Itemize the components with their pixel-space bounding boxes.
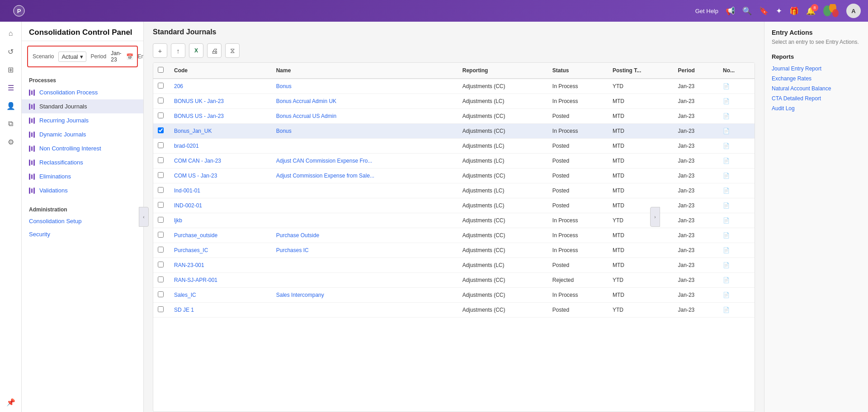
- sidebar-home-icon[interactable]: ⌂: [3, 25, 19, 42]
- row-doc-icon[interactable]: 📄: [718, 109, 755, 124]
- row-doc-icon[interactable]: 📄: [718, 273, 755, 288]
- row-code[interactable]: RAN-SJ-APR-001: [170, 273, 272, 288]
- left-collapse-button[interactable]: ‹: [139, 207, 149, 227]
- gift-icon[interactable]: 🎁: [789, 6, 799, 16]
- row-checkbox[interactable]: [158, 172, 164, 178]
- user-avatar[interactable]: A: [846, 4, 861, 18]
- row-checkbox[interactable]: [158, 232, 164, 238]
- row-name[interactable]: [272, 258, 458, 273]
- row-checkbox[interactable]: [158, 217, 164, 223]
- row-doc-icon[interactable]: 📄: [718, 169, 755, 183]
- row-checkbox[interactable]: [158, 202, 164, 208]
- row-code[interactable]: COM US - Jan-23: [170, 169, 272, 183]
- nav-item-standard-journals[interactable]: Standard Journals: [22, 99, 143, 113]
- row-name[interactable]: [272, 198, 458, 213]
- row-checkbox[interactable]: [158, 142, 164, 148]
- row-code[interactable]: Purchases_IC: [170, 243, 272, 258]
- row-doc-icon[interactable]: 📄: [718, 288, 755, 303]
- sidebar-pin-icon[interactable]: 📌: [3, 396, 19, 412]
- row-doc-icon[interactable]: 📄: [718, 94, 755, 109]
- row-code[interactable]: COM CAN - Jan-23: [170, 154, 272, 169]
- row-checkbox[interactable]: [158, 262, 164, 267]
- row-name[interactable]: [272, 183, 458, 198]
- right-collapse-button[interactable]: ›: [650, 207, 660, 227]
- report-link-journal-entry-report[interactable]: Journal Entry Report: [772, 64, 861, 74]
- row-name[interactable]: Bonus Accrual Admin UK: [272, 94, 458, 109]
- row-code[interactable]: BONUS US - Jan-23: [170, 109, 272, 124]
- row-code[interactable]: Purchase_outside: [170, 228, 272, 243]
- row-name[interactable]: [272, 273, 458, 288]
- row-checkbox[interactable]: [158, 276, 164, 282]
- print-button[interactable]: 🖨: [207, 43, 222, 58]
- row-name[interactable]: [272, 213, 458, 228]
- sidebar-settings-icon[interactable]: ⚙: [3, 134, 19, 150]
- sidebar-back-icon[interactable]: ↺: [3, 43, 19, 60]
- row-code[interactable]: brad-0201: [170, 139, 272, 154]
- row-checkbox[interactable]: [158, 157, 164, 163]
- row-checkbox[interactable]: [158, 187, 164, 193]
- row-code[interactable]: Ind-001-01: [170, 183, 272, 198]
- row-name[interactable]: Adjust Commission Expense from Sale...: [272, 169, 458, 183]
- row-checkbox[interactable]: [158, 127, 164, 133]
- row-doc-icon[interactable]: 📄: [718, 258, 755, 273]
- bell-icon[interactable]: 🔔 8: [806, 6, 816, 16]
- row-checkbox[interactable]: [158, 291, 164, 297]
- get-help-button[interactable]: Get Help: [695, 8, 718, 14]
- row-name[interactable]: Sales Intercompany: [272, 288, 458, 303]
- report-link-exchange-rates[interactable]: Exchange Rates: [772, 74, 861, 84]
- report-link-audit-log[interactable]: Audit Log: [772, 103, 861, 113]
- bookmark-icon[interactable]: 🔖: [759, 6, 769, 16]
- compass-icon[interactable]: ✦: [776, 6, 782, 16]
- row-doc-icon[interactable]: 📄: [718, 243, 755, 258]
- row-doc-icon[interactable]: 📄: [718, 124, 755, 139]
- nav-item-dynamic-journals[interactable]: Dynamic Journals: [22, 127, 143, 141]
- row-doc-icon[interactable]: 📄: [718, 228, 755, 243]
- search-icon[interactable]: 🔍: [742, 6, 752, 16]
- row-name[interactable]: Bonus: [272, 124, 458, 139]
- admin-link-security[interactable]: Security: [22, 228, 143, 241]
- row-code[interactable]: IND-002-01: [170, 198, 272, 213]
- filter-button[interactable]: ⧖: [225, 43, 240, 58]
- admin-link-consolidation-setup[interactable]: Consolidation Setup: [22, 215, 143, 228]
- calendar-icon[interactable]: 📅: [126, 53, 133, 60]
- row-checkbox[interactable]: [158, 83, 164, 89]
- report-link-cta-detailed-report[interactable]: CTA Detailed Report: [772, 94, 861, 103]
- scenario-select[interactable]: Actual ▾: [58, 52, 86, 62]
- sidebar-list-icon[interactable]: ☰: [3, 80, 19, 96]
- sidebar-grid-icon[interactable]: ⊞: [3, 61, 19, 78]
- row-code[interactable]: Bonus_Jan_UK: [170, 124, 272, 139]
- row-checkbox[interactable]: [158, 306, 164, 312]
- row-doc-icon[interactable]: 📄: [718, 183, 755, 198]
- row-doc-icon[interactable]: 📄: [718, 79, 755, 94]
- row-doc-icon[interactable]: 📄: [718, 139, 755, 154]
- excel-button[interactable]: X: [189, 43, 203, 58]
- row-code[interactable]: 206: [170, 79, 272, 94]
- row-doc-icon[interactable]: 📄: [718, 213, 755, 228]
- row-checkbox[interactable]: [158, 98, 164, 103]
- row-name[interactable]: Bonus: [272, 79, 458, 94]
- row-name[interactable]: Purchase Outside: [272, 228, 458, 243]
- row-name[interactable]: [272, 139, 458, 154]
- row-checkbox[interactable]: [158, 247, 164, 253]
- nav-item-validations[interactable]: Validations: [22, 183, 143, 197]
- nav-item-eliminations[interactable]: Eliminations: [22, 169, 143, 183]
- row-name[interactable]: Bonus Accrual US Admin: [272, 109, 458, 124]
- row-code[interactable]: BONUS UK - Jan-23: [170, 94, 272, 109]
- row-code[interactable]: ljkb: [170, 213, 272, 228]
- select-all-checkbox[interactable]: [158, 67, 164, 73]
- report-link-natural-account-balance[interactable]: Natural Account Balance: [772, 84, 861, 94]
- row-doc-icon[interactable]: 📄: [718, 154, 755, 169]
- megaphone-icon[interactable]: 📢: [726, 6, 735, 16]
- app-switcher-logo[interactable]: [823, 4, 839, 18]
- nav-item-recurring-journals[interactable]: Recurring Journals: [22, 113, 143, 127]
- nav-item-consolidation-process[interactable]: Consolidation Process: [22, 85, 143, 99]
- row-code[interactable]: Sales_IC: [170, 288, 272, 303]
- row-doc-icon[interactable]: 📄: [718, 303, 755, 318]
- app-logo[interactable]: P: [11, 4, 27, 18]
- row-checkbox[interactable]: [158, 112, 164, 118]
- nav-item-non-controlling-interest[interactable]: Non Controlling Interest: [22, 141, 143, 155]
- row-code[interactable]: SD JE 1: [170, 303, 272, 318]
- add-button[interactable]: +: [153, 43, 167, 58]
- row-name[interactable]: Purchases IC: [272, 243, 458, 258]
- sidebar-puzzle-icon[interactable]: ⧉: [3, 116, 19, 132]
